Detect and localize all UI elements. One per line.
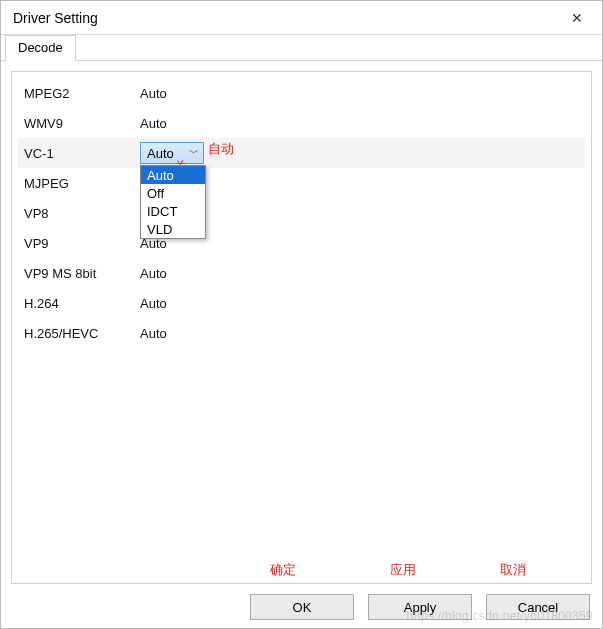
codec-row: VP9 Auto (18, 228, 585, 258)
select-value: Auto (147, 146, 174, 161)
codec-label: VP8 (24, 206, 140, 221)
vc1-dropdown: Auto Off IDCT VLD (140, 165, 206, 239)
codec-row: H.264 Auto (18, 288, 585, 318)
codec-row: VP8 Auto (18, 198, 585, 228)
codec-label: H.265/HEVC (24, 326, 140, 341)
codec-value: Auto (140, 266, 167, 281)
codec-label: MJPEG (24, 176, 140, 191)
codec-label: VP9 MS 8bit (24, 266, 140, 281)
vc1-select[interactable]: Auto ﹀ Auto Off IDCT VLD (140, 142, 204, 164)
codec-label: H.264 (24, 296, 140, 311)
apply-button[interactable]: Apply (368, 594, 472, 620)
codec-label: MPEG2 (24, 86, 140, 101)
dropdown-option-off[interactable]: Off (141, 184, 205, 202)
codec-row: MPEG2 Auto (18, 78, 585, 108)
cancel-button[interactable]: Cancel (486, 594, 590, 620)
codec-row-vc1: VC-1 Auto ﹀ Auto Off IDCT VLD (18, 138, 585, 168)
annotation-cancel: 取消 (500, 561, 526, 579)
window-title: Driver Setting (13, 10, 98, 26)
codec-value: Auto (140, 296, 167, 311)
tabstrip: Decode (1, 35, 602, 61)
codec-label: WMV9 (24, 116, 140, 131)
codec-label: VP9 (24, 236, 140, 251)
ok-button[interactable]: OK (250, 594, 354, 620)
titlebar: Driver Setting ✕ (1, 1, 602, 35)
codec-label: VC-1 (24, 146, 140, 161)
codec-value: Auto (140, 326, 167, 341)
dropdown-option-vld[interactable]: VLD (141, 220, 205, 238)
codec-value: Auto (140, 116, 167, 131)
codec-row: WMV9 Auto (18, 108, 585, 138)
codec-row: H.265/HEVC Auto (18, 318, 585, 348)
chevron-down-icon: ﹀ (189, 146, 199, 160)
dropdown-option-idct[interactable]: IDCT (141, 202, 205, 220)
tab-decode[interactable]: Decode (5, 35, 76, 61)
codec-value: Auto (140, 86, 167, 101)
driver-setting-window: Driver Setting ✕ Decode MPEG2 Auto WMV9 … (0, 0, 603, 629)
decode-panel: MPEG2 Auto WMV9 Auto VC-1 Auto ﹀ Auto Of… (11, 71, 592, 584)
annotation-apply: 应用 (390, 561, 416, 579)
close-button[interactable]: ✕ (556, 3, 598, 33)
dropdown-option-auto[interactable]: Auto (141, 166, 205, 184)
content-area: MPEG2 Auto WMV9 Auto VC-1 Auto ﹀ Auto Of… (1, 61, 602, 628)
close-icon: ✕ (571, 10, 583, 26)
dialog-buttons: OK Apply Cancel (11, 584, 592, 622)
codec-row: MJPEG Auto (18, 168, 585, 198)
codec-row: VP9 MS 8bit Auto (18, 258, 585, 288)
annotation-ok: 确定 (270, 561, 296, 579)
